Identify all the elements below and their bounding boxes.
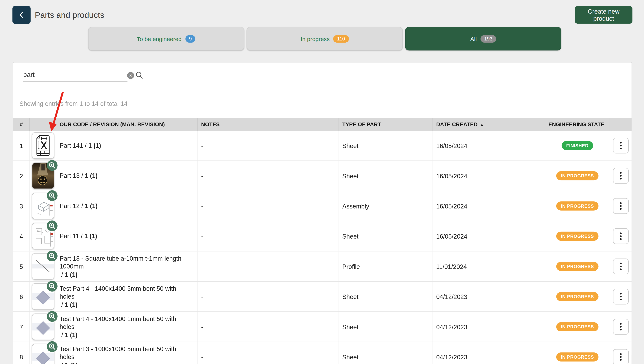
- table-row[interactable]: 1: [13, 131, 631, 161]
- sort-ascending-icon: ▲: [480, 122, 484, 126]
- row-number: 8: [13, 342, 30, 364]
- count-badge: 110: [333, 35, 349, 42]
- part-thumbnail[interactable]: [32, 193, 54, 219]
- part-thumbnail[interactable]: [32, 283, 54, 310]
- zoom-in-icon[interactable]: [47, 190, 57, 201]
- back-button[interactable]: [13, 6, 31, 24]
- technical-drawing-placeholder-icon: [32, 133, 54, 158]
- part-type: Sheet: [339, 342, 433, 364]
- part-code: Part 11: [60, 232, 79, 240]
- part-date-created: 16/05/2024: [433, 161, 545, 191]
- table-header: # OUR CODE / REVISION (MAN. REVISION) NO…: [13, 118, 631, 131]
- kebab-icon: [620, 263, 622, 264]
- search-input[interactable]: [23, 69, 128, 82]
- part-revision: 1 (1): [65, 270, 78, 278]
- part-date-created: 16/05/2024: [433, 131, 545, 160]
- part-notes: -: [198, 312, 339, 342]
- part-notes: -: [198, 252, 339, 281]
- create-new-product-button[interactable]: Create new product: [575, 6, 632, 24]
- zoom-in-icon[interactable]: [47, 281, 57, 292]
- parts-list-card: ✕ Showing entries from 1 to 14 of total …: [13, 62, 632, 364]
- clear-search-icon[interactable]: ✕: [127, 72, 134, 79]
- part-date-created: 04/12/2023: [433, 312, 545, 342]
- part-code: Part 141: [60, 142, 83, 150]
- column-header-state[interactable]: ENGINEERING STATE: [545, 118, 610, 131]
- part-thumbnail[interactable]: [32, 132, 54, 159]
- part-notes: -: [198, 282, 339, 312]
- row-actions-button[interactable]: [613, 138, 629, 154]
- tab-all[interactable]: All 193: [405, 27, 561, 50]
- part-thumbnail[interactable]: [32, 253, 54, 280]
- table-row[interactable]: 4: [13, 221, 631, 252]
- part-type: Sheet: [339, 161, 433, 191]
- zoom-in-icon[interactable]: [47, 311, 57, 322]
- part-notes: -: [198, 131, 339, 160]
- part-thumbnail[interactable]: [32, 314, 54, 340]
- part-date-created: 16/05/2024: [433, 221, 545, 251]
- kebab-icon: [620, 323, 622, 325]
- part-thumbnail[interactable]: [32, 344, 54, 364]
- page-title: Parts and products: [35, 10, 104, 20]
- part-code: Test Part 4 - 1400x1400 1mm bent 50 with…: [60, 315, 192, 331]
- row-number: 7: [13, 312, 30, 342]
- table-row[interactable]: 7 Test Part 4 - 1400x1400: [13, 312, 631, 342]
- table-row[interactable]: 3: [13, 191, 631, 221]
- column-header-code[interactable]: OUR CODE / REVISION (MAN. REVISION): [56, 118, 198, 131]
- part-revision: 1 (1): [85, 172, 98, 180]
- table-row[interactable]: 2: [13, 161, 631, 191]
- row-actions-button[interactable]: [613, 289, 629, 304]
- part-code: Part 12: [60, 202, 80, 210]
- kebab-icon: [620, 293, 622, 294]
- column-header-type[interactable]: TYPE OF PART: [339, 118, 433, 131]
- count-badge: 9: [185, 35, 196, 42]
- engineering-state-badge: IN PROGRESS: [556, 232, 598, 241]
- zoom-in-icon[interactable]: [47, 220, 57, 231]
- part-code: Test Part 4 - 1400x1400 5mm bent 50 with…: [60, 284, 192, 300]
- parts-and-products-page: Parts and products Create new product To…: [0, 0, 644, 364]
- row-actions-button[interactable]: [613, 349, 629, 364]
- part-revision: 1 (1): [65, 361, 78, 364]
- zoom-in-icon[interactable]: [47, 341, 57, 352]
- part-notes: -: [198, 161, 339, 191]
- row-actions-button[interactable]: [613, 168, 629, 184]
- part-type: Sheet: [339, 221, 433, 251]
- part-revision: 1 (1): [85, 202, 98, 210]
- column-header-num: #: [13, 118, 30, 131]
- table-row[interactable]: 5 Part 18 - Square tube a: [13, 252, 631, 282]
- column-header-notes[interactable]: NOTES: [198, 118, 339, 131]
- chevron-left-icon: [17, 10, 26, 19]
- column-header-date[interactable]: DATE CREATED ▲: [433, 118, 545, 131]
- table-row[interactable]: 6 Test Part 4 - 1400x1400: [13, 282, 631, 312]
- row-actions-button[interactable]: [613, 228, 629, 244]
- filter-tabs: To be engineered 9 In progress 110 All 1…: [88, 27, 561, 50]
- engineering-state-badge: IN PROGRESS: [556, 352, 598, 362]
- part-notes: -: [198, 221, 339, 251]
- zoom-in-icon[interactable]: [47, 160, 57, 171]
- part-date-created: 11/01/2024: [433, 252, 545, 281]
- part-thumbnail[interactable]: [32, 223, 54, 250]
- part-notes: -: [198, 191, 339, 221]
- tab-to-be-engineered[interactable]: To be engineered 9: [88, 27, 244, 50]
- part-thumbnail[interactable]: [32, 163, 54, 189]
- part-code: Part 18 - Square tube a-10mm t-1mm lengt…: [60, 254, 192, 270]
- table-row[interactable]: 8 Test Part 3 - 1000x1000: [13, 342, 631, 364]
- search-icon[interactable]: [135, 71, 143, 81]
- part-notes: -: [198, 342, 339, 364]
- part-revision: 1 (1): [84, 232, 97, 240]
- column-header-actions: [610, 118, 631, 131]
- row-actions-button[interactable]: [613, 198, 629, 214]
- zoom-in-icon[interactable]: [47, 251, 57, 262]
- engineering-state-badge: FINISHED: [562, 141, 593, 150]
- engineering-state-badge: IN PROGRESS: [556, 171, 598, 180]
- row-number: 2: [13, 161, 30, 191]
- engineering-state-badge: IN PROGRESS: [556, 201, 598, 210]
- row-actions-button[interactable]: [613, 319, 629, 335]
- part-code: Test Part 3 - 1000x1000 5mm bent 50 with…: [60, 345, 192, 361]
- part-type: Sheet: [339, 131, 433, 160]
- engineering-state-badge: IN PROGRESS: [556, 322, 598, 331]
- tab-in-progress[interactable]: In progress 110: [247, 27, 403, 50]
- row-number: 4: [13, 221, 30, 251]
- kebab-icon: [620, 353, 622, 355]
- row-actions-button[interactable]: [613, 258, 629, 274]
- kebab-icon: [620, 232, 622, 234]
